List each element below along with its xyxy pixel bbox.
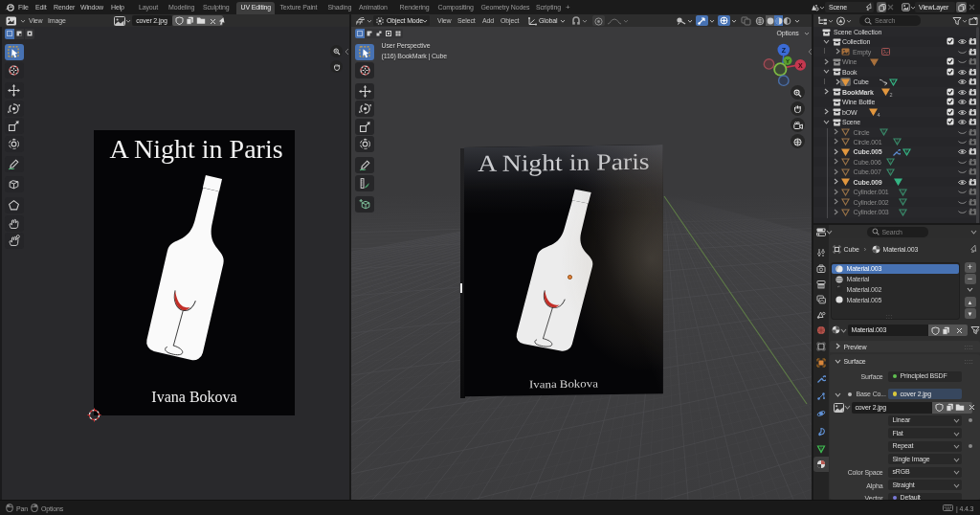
svg-text:Z: Z xyxy=(781,47,786,54)
svg-text:X: X xyxy=(797,62,802,69)
svg-text:Y: Y xyxy=(785,58,789,64)
